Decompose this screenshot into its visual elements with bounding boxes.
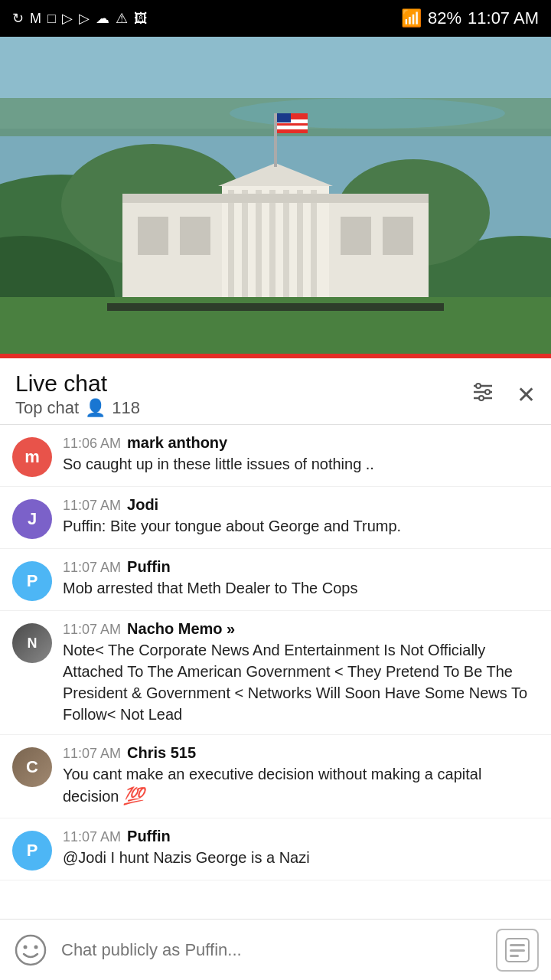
- message-author: Chris 515: [127, 744, 196, 762]
- emoji-button[interactable]: [12, 932, 49, 969]
- svg-rect-11: [228, 190, 234, 297]
- svg-point-35: [485, 390, 490, 394]
- message-author: mark anthony: [127, 434, 227, 452]
- svg-rect-21: [180, 217, 210, 255]
- avatar: J: [12, 499, 52, 539]
- message-meta: 11:07 AM Puffin: [63, 558, 539, 576]
- table-row: C 11:07 AM Chris 515 You cant make an ex…: [0, 735, 551, 818]
- message-meta: 11:06 AM mark anthony: [63, 434, 539, 452]
- avatar-initial: C: [26, 757, 38, 777]
- message-author: Puffin: [127, 828, 171, 845]
- svg-rect-30: [277, 113, 291, 122]
- svg-rect-25: [107, 303, 444, 311]
- svg-rect-26: [274, 113, 277, 167]
- svg-rect-16: [297, 190, 303, 297]
- media-icon: ▷: [62, 10, 73, 27]
- battery-text: 82%: [428, 8, 461, 28]
- svg-rect-17: [311, 190, 317, 297]
- cloud-icon: ☁: [96, 10, 109, 27]
- avatar: m: [12, 437, 52, 477]
- image-icon: 🖼: [134, 11, 148, 27]
- chat-title: Live chat: [15, 371, 140, 397]
- message-content: 11:07 AM Jodi Puffin: Bite your tongue a…: [63, 496, 539, 537]
- avatar-initial: P: [27, 571, 38, 591]
- chat-input[interactable]: [61, 930, 484, 970]
- chat-header: Live chat Top chat 👤 118 ✕: [0, 358, 551, 425]
- svg-rect-13: [256, 190, 262, 297]
- avatar-initial: m: [24, 447, 40, 467]
- avatar: P: [12, 561, 52, 601]
- avatar: C: [12, 747, 52, 787]
- svg-rect-29: [277, 126, 308, 129]
- avatar-initial: P: [27, 841, 38, 861]
- alert-icon: ⚠: [116, 10, 128, 27]
- top-chat-label: Top chat: [15, 398, 79, 418]
- message-time: 11:07 AM: [63, 746, 121, 762]
- play-icon: ▷: [79, 10, 90, 27]
- svg-rect-12: [242, 190, 248, 297]
- message-content: 11:07 AM Chris 515 You cant make an exec…: [63, 744, 539, 808]
- status-bar: ↻ M □ ▷ ▷ ☁ ⚠ 🖼 📶 82% 11:07 AM: [0, 0, 551, 37]
- table-row: m 11:06 AM mark anthony So caught up in …: [0, 425, 551, 487]
- svg-rect-15: [283, 190, 289, 297]
- message-text: You cant make an executive decision with…: [63, 763, 539, 808]
- status-bar-left: ↻ M □ ▷ ▷ ☁ ⚠ 🖼: [12, 10, 148, 27]
- table-row: P 11:07 AM Puffin @Jodi I hunt Nazis Geo…: [0, 818, 551, 880]
- message-content: 11:06 AM mark anthony So caught up in th…: [63, 434, 539, 475]
- table-row: J 11:07 AM Jodi Puffin: Bite your tongue…: [0, 487, 551, 549]
- video-player[interactable]: [0, 37, 551, 358]
- svg-point-36: [479, 396, 484, 400]
- time-display: 11:07 AM: [468, 8, 539, 28]
- svg-point-38: [24, 945, 28, 949]
- svg-rect-43: [510, 955, 519, 957]
- avatar-initial: J: [28, 509, 37, 529]
- table-row: P 11:07 AM Puffin Mob arrested that Meth…: [0, 549, 551, 611]
- video-progress-bar: [0, 354, 551, 358]
- chat-header-info: Live chat Top chat 👤 118: [15, 371, 140, 418]
- message-time: 11:07 AM: [63, 498, 121, 514]
- m-icon: M: [30, 11, 41, 27]
- table-row: N 11:07 AM Nacho Memo » Note< The Corpor…: [0, 611, 551, 735]
- filter-button[interactable]: [471, 380, 495, 410]
- file-icon: □: [47, 11, 56, 27]
- message-author: Nacho Memo »: [127, 620, 235, 638]
- message-meta: 11:07 AM Jodi: [63, 496, 539, 514]
- svg-rect-14: [269, 190, 276, 297]
- avatar: P: [12, 831, 52, 871]
- svg-rect-20: [138, 217, 168, 255]
- message-meta: 11:07 AM Nacho Memo »: [63, 620, 539, 638]
- chat-input-bar: [0, 919, 551, 980]
- message-time: 11:06 AM: [63, 436, 121, 452]
- avatar-initial: N: [28, 635, 37, 652]
- close-button[interactable]: ✕: [517, 381, 536, 408]
- message-meta: 11:07 AM Puffin: [63, 828, 539, 845]
- avatar: N: [12, 623, 52, 663]
- svg-rect-42: [510, 949, 525, 952]
- message-time: 11:07 AM: [63, 622, 121, 638]
- chat-header-actions: ✕: [471, 380, 536, 410]
- send-button[interactable]: [496, 929, 539, 972]
- message-text: Mob arrested that Meth Dealer to The Cop…: [63, 577, 539, 599]
- message-content: 11:07 AM Puffin Mob arrested that Meth D…: [63, 558, 539, 599]
- message-text: Note< The Corporate News And Entertainme…: [63, 639, 539, 725]
- message-content: 11:07 AM Puffin @Jodi I hunt Nazis Georg…: [63, 828, 539, 868]
- status-bar-right: 📶 82% 11:07 AM: [401, 8, 539, 28]
- message-meta: 11:07 AM Chris 515: [63, 744, 539, 762]
- svg-rect-19: [122, 194, 429, 203]
- message-author: Jodi: [127, 496, 158, 514]
- message-time: 11:07 AM: [63, 829, 121, 845]
- viewer-count: 118: [112, 398, 140, 418]
- svg-point-34: [476, 384, 481, 388]
- message-text: Puffin: Bite your tongue about George an…: [63, 515, 539, 537]
- people-icon: 👤: [85, 398, 106, 418]
- svg-rect-23: [383, 217, 413, 255]
- svg-rect-22: [341, 217, 371, 255]
- chat-subtitle: Top chat 👤 118: [15, 398, 140, 418]
- message-author: Puffin: [127, 558, 171, 576]
- video-thumbnail: [0, 37, 551, 358]
- message-text: @Jodi I hunt Nazis George is a Nazi: [63, 847, 539, 868]
- message-content: 11:07 AM Nacho Memo » Note< The Corporat…: [63, 620, 539, 725]
- svg-point-37: [16, 936, 45, 965]
- svg-point-3: [230, 98, 505, 129]
- emoji-100: 💯: [123, 786, 144, 805]
